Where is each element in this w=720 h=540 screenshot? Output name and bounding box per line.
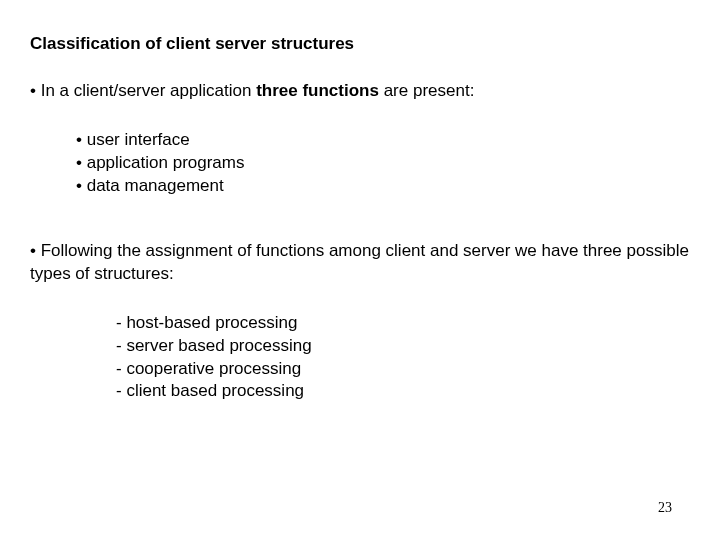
bullet-1-pre: • In a client/server application [30, 81, 256, 100]
slide: Classification of client server structur… [0, 0, 720, 540]
bullet-1-post: are present: [379, 81, 474, 100]
list-item: • application programs [76, 152, 690, 175]
function-list: • user interface • application programs … [76, 129, 690, 198]
page-number: 23 [658, 500, 672, 516]
bullet-1-bold: three functions [256, 81, 379, 100]
list-item: • data management [76, 175, 690, 198]
list-item: - client based processing [116, 380, 690, 403]
list-item: - cooperative processing [116, 358, 690, 381]
bullet-1: • In a client/server application three f… [30, 80, 690, 103]
list-item: - server based processing [116, 335, 690, 358]
slide-title: Classification of client server structur… [30, 34, 690, 54]
list-item: • user interface [76, 129, 690, 152]
structure-list: - host-based processing - server based p… [116, 312, 690, 404]
bullet-2: • Following the assignment of functions … [30, 240, 690, 286]
list-item: - host-based processing [116, 312, 690, 335]
